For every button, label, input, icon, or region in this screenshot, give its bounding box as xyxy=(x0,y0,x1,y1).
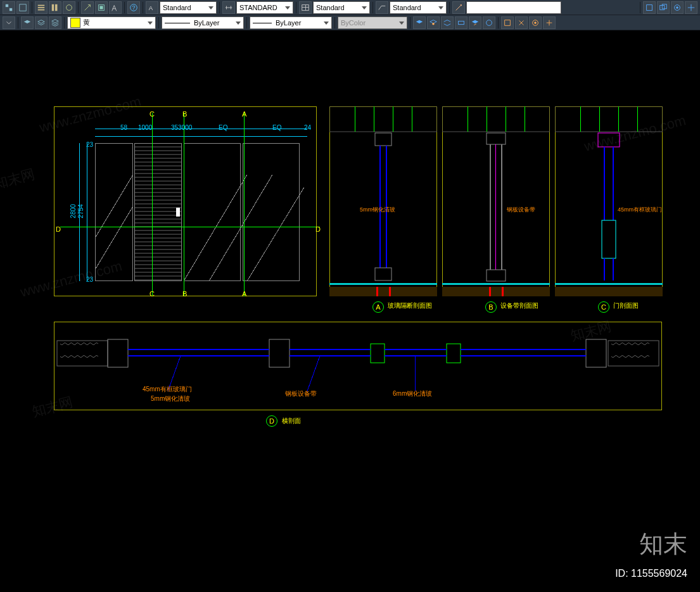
dim-h5: EQ xyxy=(272,124,281,131)
mleader-select[interactable]: Standard xyxy=(390,1,447,14)
dimstyle-select[interactable]: STANDARD xyxy=(236,1,293,14)
plan-note-1: 45mm有框玻璃门 xyxy=(143,385,192,394)
toolbar-row-2: 黄 ByLayer ByLayer ByColor xyxy=(0,15,700,30)
tool-btn-4[interactable] xyxy=(49,1,61,14)
section-mark-d-left: D xyxy=(56,225,61,233)
tablestyle-select[interactable]: Standard xyxy=(313,1,370,14)
prop-btn-3[interactable] xyxy=(441,16,454,29)
svg-rect-1 xyxy=(10,8,12,10)
glass-panel-1 xyxy=(184,143,241,281)
svg-point-26 xyxy=(534,22,537,24)
section-mark-c-bot: C xyxy=(150,290,155,298)
svg-rect-16 xyxy=(647,4,652,10)
dim-h3: 353000 xyxy=(171,124,192,131)
section-c-frame xyxy=(555,106,663,296)
prop-btn-4[interactable] xyxy=(455,16,468,29)
brand-watermark: 知末 xyxy=(639,528,687,560)
linetype-value: ByLayer xyxy=(194,19,219,27)
tag-d: D xyxy=(266,415,277,427)
dim-v3: 2800 xyxy=(70,204,77,218)
svg-rect-24 xyxy=(459,21,464,24)
section-b-note: 钢板设备带 xyxy=(507,206,535,214)
plan-note-2: 5mm钢化清玻 xyxy=(151,394,190,403)
section-mark-a-bot: A xyxy=(242,290,246,298)
lineweight-value: ByLayer xyxy=(276,19,301,27)
tool-btn-9[interactable] xyxy=(452,1,465,14)
dimstyle-value: STANDARD xyxy=(239,4,277,11)
prop-btn-2[interactable] xyxy=(427,16,440,29)
layer-btn-3[interactable] xyxy=(49,16,61,29)
equipment-band xyxy=(134,143,182,281)
drawing-canvas[interactable]: www.znzmo.com 知末网 www.znzmo.com 知末网 www.… xyxy=(0,30,700,592)
svg-rect-2 xyxy=(38,4,45,6)
section-mark-d-right: D xyxy=(315,225,321,233)
tag-b: B xyxy=(485,301,497,313)
prop-btn-6[interactable] xyxy=(483,16,495,29)
tool-btn-5[interactable] xyxy=(63,1,75,14)
color-label: 黄 xyxy=(83,18,90,27)
svg-text:?: ? xyxy=(132,3,135,10)
help-icon[interactable]: ? xyxy=(127,1,140,14)
tag-a: A xyxy=(372,301,384,313)
tag-c: C xyxy=(598,301,609,313)
label-b: 设备带剖面图 xyxy=(500,301,538,310)
svg-rect-5 xyxy=(52,4,54,11)
section-mark-b-top: B xyxy=(182,110,187,118)
tool-btn-13[interactable] xyxy=(685,1,697,14)
svg-point-20 xyxy=(676,6,678,9)
label-c: 门剖面图 xyxy=(613,301,639,310)
section-mark-b-bot: B xyxy=(182,290,187,298)
prop-btn-10[interactable] xyxy=(543,16,556,29)
dim-h6: 24 xyxy=(304,124,311,131)
section-a-note: 5mm钢化清玻 xyxy=(360,206,395,214)
color-select[interactable]: 黄 xyxy=(67,16,156,29)
section-a-frame xyxy=(329,106,437,296)
image-id: ID: 1155569024 xyxy=(615,568,687,579)
mleader-icon[interactable] xyxy=(376,1,388,14)
svg-rect-3 xyxy=(38,7,45,8)
command-input[interactable] xyxy=(466,1,561,14)
toolbar-row-1: ? A Standard STANDARD Standard Standard xyxy=(0,0,700,15)
layer-btn-2[interactable] xyxy=(35,16,48,29)
prop-btn-9[interactable] xyxy=(529,16,542,29)
plan-note-3: 钢板设备带 xyxy=(285,389,317,398)
lineweight-select[interactable]: ByLayer xyxy=(250,16,332,29)
door-leaf xyxy=(95,143,133,281)
tool-btn-10[interactable] xyxy=(643,1,656,14)
textstyle-value: Standard xyxy=(163,4,191,11)
svg-rect-0 xyxy=(6,4,8,6)
svg-rect-9 xyxy=(99,6,103,9)
mleader-value: Standard xyxy=(393,4,421,11)
plotstyle-select[interactable]: ByColor xyxy=(338,16,407,29)
prop-btn-8[interactable] xyxy=(515,16,528,29)
svg-point-23 xyxy=(432,23,435,25)
prop-btn-5[interactable] xyxy=(469,16,481,29)
watermark-cn: 知末网 xyxy=(0,165,37,194)
tool-btn-8[interactable] xyxy=(109,1,122,14)
svg-point-25 xyxy=(487,20,492,25)
tool-btn-6[interactable] xyxy=(81,1,94,14)
dim-h1: 58 xyxy=(120,124,127,131)
plotstyle-value: ByColor xyxy=(341,19,366,27)
dim-v4: 23 xyxy=(86,276,93,283)
tablestyle-icon[interactable] xyxy=(299,1,312,14)
tool-btn-2[interactable] xyxy=(16,1,29,14)
textstyle-icon[interactable]: A xyxy=(146,1,158,14)
dropdown-icon[interactable] xyxy=(3,16,15,29)
tool-btn-3[interactable] xyxy=(35,1,48,14)
label-a: 玻璃隔断剖面图 xyxy=(388,301,432,310)
tablestyle-value: Standard xyxy=(316,4,345,11)
tool-btn-12[interactable] xyxy=(671,1,684,14)
svg-rect-6 xyxy=(55,4,58,11)
dimstyle-icon[interactable] xyxy=(222,1,235,14)
tool-btn-7[interactable] xyxy=(95,1,108,14)
textstyle-select[interactable]: Standard xyxy=(160,1,217,14)
tool-btn-11[interactable] xyxy=(657,1,670,14)
section-mark-a-top: A xyxy=(242,110,246,118)
prop-btn-1[interactable] xyxy=(413,16,426,29)
dim-h4: EQ xyxy=(219,124,227,131)
layer-btn-1[interactable] xyxy=(21,16,34,29)
linetype-select[interactable]: ByLayer xyxy=(162,16,244,29)
prop-btn-7[interactable] xyxy=(501,16,514,29)
tool-btn-1[interactable] xyxy=(3,1,15,14)
